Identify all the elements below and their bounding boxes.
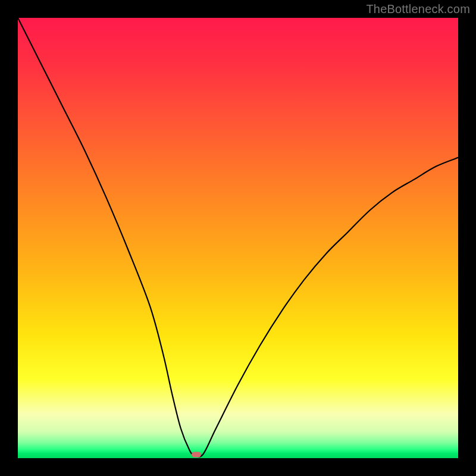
watermark-text: TheBottleneck.com — [366, 2, 470, 16]
optimal-point-marker — [192, 452, 201, 458]
chart-frame: TheBottleneck.com — [0, 0, 476, 476]
plot-area — [18, 18, 458, 458]
bottleneck-curve — [18, 18, 458, 458]
